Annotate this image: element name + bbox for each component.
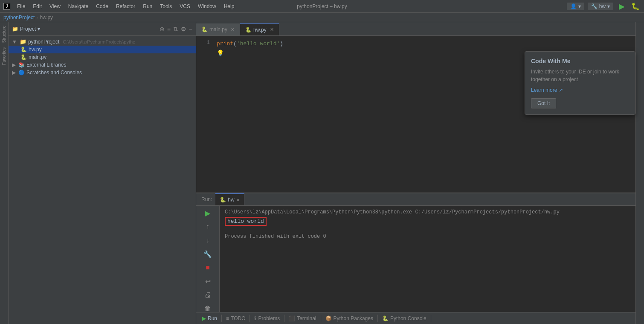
breadcrumb-project[interactable]: pythonProject bbox=[3, 15, 35, 20]
hello-world-output: hello world bbox=[225, 217, 630, 228]
project-actions: ⊕ ≡ ⇅ ⚙ − bbox=[160, 26, 192, 32]
wrap-icon[interactable]: ↩ bbox=[202, 276, 213, 287]
collapse-icon[interactable]: ≡ bbox=[167, 26, 171, 32]
bottom-packages-label: Python Packages bbox=[334, 315, 373, 321]
menu-edit[interactable]: Edit bbox=[29, 3, 45, 10]
got-it-button[interactable]: Got It bbox=[531, 98, 556, 108]
menu-vcs[interactable]: VCS bbox=[176, 3, 194, 10]
ext-libs-icon: 📚 bbox=[18, 62, 25, 68]
tree-arrow-root: ▼ bbox=[12, 39, 17, 45]
menu-refactor[interactable]: Refactor bbox=[113, 3, 139, 10]
scroll-down-icon[interactable]: ↓ bbox=[202, 235, 213, 246]
tab-bar: 🐍 main.py ✕ 🐍 hw.py ✕ bbox=[196, 22, 635, 36]
bottom-console-label: Python Console bbox=[390, 315, 426, 321]
menu-file[interactable]: File bbox=[14, 3, 29, 10]
popup-title: Code With Me bbox=[531, 58, 629, 64]
menu-bar: J File Edit View Navigate Code Refactor … bbox=[3, 3, 238, 10]
app-logo: J bbox=[3, 3, 10, 10]
project-panel: 📁 Project ▾ ⊕ ≡ ⇅ ⚙ − ▼ 📁 pythonProject … bbox=[9, 22, 196, 324]
profile-button[interactable]: 👤 ▾ bbox=[567, 3, 584, 10]
run-tab-bar: Run: 🐍 hw ✕ bbox=[196, 193, 635, 206]
menu-code[interactable]: Code bbox=[93, 3, 112, 10]
mainpy-tab-icon: 🐍 bbox=[201, 26, 208, 32]
tree-root[interactable]: ▼ 📁 pythonProject C:\Users\lz\PycharmPro… bbox=[9, 38, 196, 46]
tab-mainpy[interactable]: 🐍 main.py ✕ bbox=[196, 23, 240, 35]
code-line-1: print('hello world') bbox=[217, 39, 635, 48]
run-side-icons: ▶ ↑ ↓ 🔧 ■ ↩ 🖨 🗑 bbox=[196, 206, 220, 314]
menu-tools[interactable]: Tools bbox=[157, 3, 175, 10]
menu-view[interactable]: View bbox=[46, 3, 64, 10]
wrench-icon[interactable]: 🔧 bbox=[202, 248, 213, 260]
bottom-problems-label: Problems bbox=[258, 315, 280, 321]
bottom-panel: Run: 🐍 hw ✕ ▶ ↑ ↓ 🔧 ■ ↩ 🖨 🗑 bbox=[196, 193, 635, 312]
tree-item-hwpy[interactable]: 🐍 hw.py bbox=[9, 46, 196, 53]
mainpy-label: main.py bbox=[29, 54, 46, 60]
breadcrumb-file[interactable]: hw.py bbox=[40, 15, 53, 20]
terminal-icon: ⬛ bbox=[289, 315, 295, 321]
right-sidebar-icons bbox=[635, 22, 644, 324]
settings-gear-icon[interactable]: ⚙ bbox=[181, 26, 186, 32]
menu-help[interactable]: Help bbox=[220, 3, 238, 10]
mainpy-tab-close[interactable]: ✕ bbox=[231, 27, 235, 32]
favorites-tab[interactable]: Favorites bbox=[1, 46, 7, 67]
learn-more-link[interactable]: Learn more ↗ bbox=[531, 87, 563, 93]
tree-scratches[interactable]: ▶ 🔵 Scratches and Consoles bbox=[9, 69, 196, 76]
run-tab-name: hw bbox=[228, 197, 234, 203]
bottom-tab-todo[interactable]: ≡ TODO bbox=[222, 315, 250, 322]
hello-world-box: hello world bbox=[225, 217, 267, 226]
run-tab-hw[interactable]: 🐍 hw ✕ bbox=[215, 193, 244, 205]
run-tab-icon: 🐍 bbox=[220, 197, 226, 203]
tree-item-mainpy[interactable]: 🐍 main.py bbox=[9, 53, 196, 61]
title-bar: J File Edit View Navigate Code Refactor … bbox=[0, 0, 644, 13]
todo-icon: ≡ bbox=[226, 315, 229, 321]
close-panel-icon[interactable]: − bbox=[189, 26, 192, 32]
main-layout: Structure Favorites 📁 Project ▾ ⊕ ≡ ⇅ ⚙ … bbox=[0, 22, 644, 324]
bottom-todo-label: TODO bbox=[231, 315, 245, 321]
bottom-tab-python-packages[interactable]: 📦 Python Packages bbox=[321, 315, 378, 322]
print-icon[interactable]: 🖨 bbox=[202, 289, 213, 301]
menu-run[interactable]: Run bbox=[139, 3, 156, 10]
python-console-icon: 🐍 bbox=[382, 315, 389, 321]
file-tree: ▼ 📁 pythonProject C:\Users\lz\PycharmPro… bbox=[9, 36, 196, 324]
line-numbers: 1 bbox=[196, 39, 213, 189]
mainpy-icon: 🐍 bbox=[20, 54, 27, 60]
python-packages-icon: 📦 bbox=[325, 315, 332, 321]
tree-external-libs[interactable]: ▶ 📚 External Libraries bbox=[9, 61, 196, 69]
tab-hwpy[interactable]: 🐍 hw.py ✕ bbox=[240, 23, 279, 35]
filter-icon[interactable]: ⇅ bbox=[173, 26, 178, 32]
breadcrumb-sep: › bbox=[36, 15, 38, 20]
bottom-terminal-label: Terminal bbox=[297, 315, 316, 321]
paren-close: ) bbox=[280, 41, 283, 47]
structure-tab[interactable]: Structure bbox=[1, 24, 7, 45]
popup-description: Invite others to your IDE or join to wor… bbox=[531, 68, 629, 83]
scroll-up-icon[interactable]: ↑ bbox=[202, 221, 213, 232]
scratches-icon: 🔵 bbox=[18, 70, 25, 76]
project-title[interactable]: 📁 Project ▾ bbox=[12, 26, 40, 32]
title-bar-right: 👤 ▾ 🔧 hw ▾ ▶ 🐛 bbox=[567, 1, 641, 12]
debug-button[interactable]: 🐛 bbox=[630, 1, 641, 12]
bottom-tab-python-console[interactable]: 🐍 Python Console bbox=[378, 315, 431, 322]
add-file-icon[interactable]: ⊕ bbox=[160, 26, 165, 32]
project-toolbar: 📁 Project ▾ ⊕ ≡ ⇅ ⚙ − bbox=[9, 22, 196, 36]
bottom-tab-terminal[interactable]: ⬛ Terminal bbox=[284, 315, 321, 322]
editor-area: 🐍 main.py ✕ 🐍 hw.py ✕ 1 print('hello wor… bbox=[196, 22, 635, 324]
dropdown-icon[interactable]: ▾ bbox=[38, 26, 40, 32]
run-tab-close[interactable]: ✕ bbox=[236, 198, 240, 202]
hwpy-tab-icon: 🐍 bbox=[245, 27, 252, 33]
run-config-button[interactable]: 🔧 hw ▾ bbox=[588, 3, 613, 10]
menu-window[interactable]: Window bbox=[194, 3, 220, 10]
root-folder-icon: 📁 bbox=[20, 38, 26, 45]
string-hello: 'hello world' bbox=[237, 41, 280, 47]
hwpy-tab-close[interactable]: ✕ bbox=[270, 27, 274, 32]
run-icon[interactable]: ▶ bbox=[202, 207, 213, 219]
bottom-tab-problems[interactable]: ℹ Problems bbox=[250, 315, 284, 322]
lightbulb-icon[interactable]: 💡 bbox=[217, 50, 224, 57]
root-name: pythonProject bbox=[28, 39, 59, 45]
run-play-button[interactable]: ▶ bbox=[617, 1, 627, 12]
bottom-tab-run[interactable]: ▶ Run bbox=[198, 315, 222, 322]
exit-message: Process finished with exit code 0 bbox=[225, 234, 630, 239]
left-sidebar-icons: Structure Favorites bbox=[0, 22, 9, 324]
menu-navigate[interactable]: Navigate bbox=[65, 3, 92, 10]
stop-icon[interactable]: ■ bbox=[202, 262, 213, 273]
folder-icon: 📁 bbox=[12, 26, 18, 32]
